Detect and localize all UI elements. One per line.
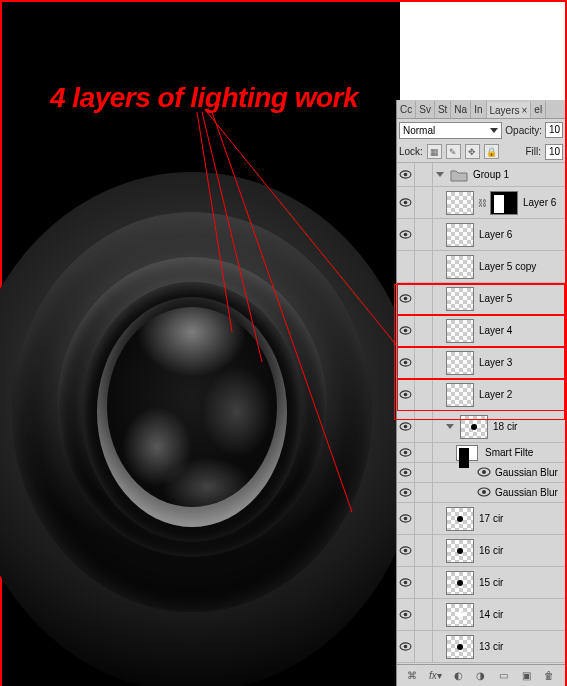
visibility-toggle[interactable] [397, 631, 415, 662]
svg-point-13 [404, 329, 408, 333]
svg-point-33 [404, 549, 408, 553]
visibility-toggle[interactable] [397, 463, 415, 482]
visibility-toggle[interactable] [397, 283, 415, 314]
new-layer-icon[interactable]: ▣ [518, 668, 536, 684]
visibility-toggle[interactable] [397, 503, 415, 534]
layer-row[interactable]: Group 1 [397, 163, 565, 187]
fx-icon[interactable]: fx▾ [426, 668, 444, 684]
layer-name: Layer 5 [477, 293, 565, 304]
layer-name: 16 cir [477, 545, 565, 556]
tab-layers[interactable]: Layers× [487, 102, 532, 119]
svg-point-23 [404, 471, 408, 475]
layer-thumb [460, 415, 488, 439]
blend-mode-select[interactable]: Normal [399, 122, 502, 139]
layer-row[interactable]: Smart Filte [397, 443, 565, 463]
layer-row[interactable]: Layer 2 [397, 379, 565, 411]
layer-row[interactable]: Gaussian Blur [397, 463, 565, 483]
layer-name: 14 cir [477, 609, 565, 620]
layer-name: Layer 6 [521, 197, 565, 208]
layer-thumb [446, 603, 474, 627]
layers-panel: Cc Sv St Na In Layers× el Normal Opacity… [396, 100, 565, 686]
mask-icon[interactable]: ◐ [449, 668, 467, 684]
adjustment-icon[interactable]: ◑ [472, 668, 490, 684]
svg-point-21 [404, 451, 408, 455]
fill-input[interactable]: 10 [545, 144, 563, 160]
link-icon: ⛓ [477, 198, 487, 208]
tab-in[interactable]: In [471, 101, 486, 118]
svg-point-5 [404, 173, 408, 177]
tab-st[interactable]: St [435, 101, 451, 118]
close-icon[interactable]: × [522, 105, 528, 116]
link-layers-icon[interactable]: ⌘ [403, 668, 421, 684]
lens-artwork [2, 172, 422, 686]
canvas-area: 4 layers of lighting work [2, 2, 400, 686]
visibility-toggle[interactable] [397, 483, 415, 502]
svg-point-15 [404, 361, 408, 365]
visibility-toggle[interactable] [397, 187, 415, 218]
layer-row[interactable]: 13 cir [397, 631, 565, 663]
visibility-toggle[interactable] [397, 535, 415, 566]
fill-label: Fill: [525, 146, 541, 157]
layer-thumb [446, 635, 474, 659]
layer-row[interactable]: 14 cir [397, 599, 565, 631]
layer-row[interactable]: Gaussian Blur [397, 483, 565, 503]
blend-row: Normal Opacity: 10 [397, 119, 565, 141]
layer-row[interactable]: 15 cir [397, 567, 565, 599]
tab-sv[interactable]: Sv [416, 101, 435, 118]
visibility-toggle[interactable] [397, 347, 415, 378]
layer-name: Group 1 [471, 169, 565, 180]
svg-point-37 [404, 613, 408, 617]
svg-point-9 [404, 233, 408, 237]
group-icon[interactable]: ▭ [495, 668, 513, 684]
layer-row[interactable]: Layer 6 [397, 219, 565, 251]
visibility-toggle[interactable] [397, 219, 415, 250]
layer-row[interactable]: Layer 3 [397, 347, 565, 379]
tab-cc[interactable]: Cc [397, 101, 416, 118]
opacity-input[interactable]: 10 [545, 122, 563, 138]
layer-name: Smart Filte [481, 447, 533, 458]
tab-na[interactable]: Na [451, 101, 471, 118]
lock-all-icon[interactable]: 🔒 [484, 144, 499, 159]
layer-row[interactable]: 18 cir [397, 411, 565, 443]
layer-name: Gaussian Blur [491, 467, 558, 478]
layer-thumb [446, 383, 474, 407]
visibility-toggle[interactable] [397, 315, 415, 346]
frame: 4 layers of lighting work Cc Sv St Na In… [0, 0, 567, 686]
expand-toggle[interactable] [436, 172, 444, 177]
layer-name: Layer 3 [477, 357, 565, 368]
lock-paint-icon[interactable]: ✎ [446, 144, 461, 159]
svg-point-25 [482, 470, 486, 474]
opacity-label: Opacity: [505, 125, 542, 136]
svg-point-29 [482, 490, 486, 494]
annotation-text: 4 layers of lighting work [50, 82, 358, 114]
layer-row[interactable]: 17 cir [397, 503, 565, 535]
visibility-toggle[interactable] [397, 163, 415, 186]
visibility-toggle[interactable] [397, 443, 415, 462]
visibility-toggle[interactable] [397, 379, 415, 410]
filter-eye-icon[interactable] [477, 467, 491, 479]
layer-row[interactable]: 16 cir [397, 535, 565, 567]
svg-point-17 [404, 393, 408, 397]
layer-name: Gaussian Blur [491, 487, 558, 498]
layer-row[interactable]: Layer 4 [397, 315, 565, 347]
layer-thumb [446, 539, 474, 563]
layer-row[interactable]: ⛓Layer 6 [397, 187, 565, 219]
layer-name: Layer 5 copy [477, 261, 565, 272]
visibility-toggle[interactable] [397, 599, 415, 630]
filter-eye-icon[interactable] [477, 487, 491, 499]
layer-row[interactable]: Layer 5 [397, 283, 565, 315]
lock-transparency-icon[interactable]: ▦ [427, 144, 442, 159]
expand-toggle[interactable] [446, 424, 454, 429]
visibility-toggle[interactable] [397, 567, 415, 598]
lock-row: Lock: ▦ ✎ ✥ 🔒 Fill: 10 [397, 141, 565, 163]
tab-el[interactable]: el [531, 101, 546, 118]
layer-list: Group 1⛓Layer 6Layer 6Layer 5 copyLayer … [397, 163, 565, 664]
visibility-toggle[interactable] [397, 411, 415, 442]
svg-point-11 [404, 297, 408, 301]
layer-row[interactable]: Layer 5 copy [397, 251, 565, 283]
lock-position-icon[interactable]: ✥ [465, 144, 480, 159]
visibility-toggle[interactable] [397, 251, 415, 282]
trash-icon[interactable]: 🗑 [540, 668, 558, 684]
layer-thumb [446, 571, 474, 595]
svg-point-27 [404, 491, 408, 495]
